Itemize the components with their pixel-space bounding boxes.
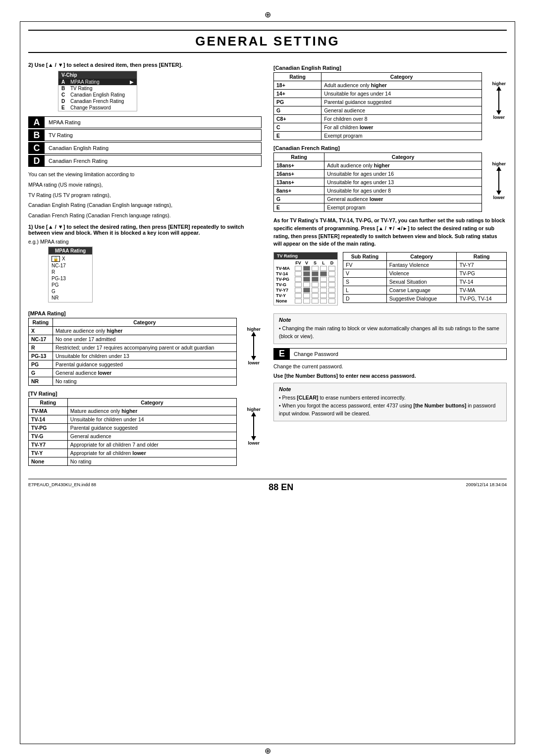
canfr-higher: higher: [492, 161, 506, 166]
mpaa-higher-label: higher: [247, 327, 261, 332]
canfr-table-wrap: Rating Category 18ans+ Adult audience on…: [273, 152, 507, 212]
sub-row-fv: FV Fantasy Violence TV-Y7: [343, 261, 507, 269]
tvy-d: [328, 293, 335, 298]
tvg-cells: [295, 282, 335, 287]
canfr-13ans: 13ans+: [274, 178, 324, 187]
mpaa-lower-label: lower: [248, 360, 260, 365]
vchip-item-tv[interactable]: B TV Rating: [58, 85, 137, 92]
sub-rat-v: TV-PG: [457, 269, 507, 278]
mpaa-item-x[interactable]: 🔒 X: [52, 255, 89, 262]
canen-table: Rating Category 18+ Adult audience only …: [273, 72, 482, 140]
tv14-l: [320, 271, 327, 276]
mpaa-item-nr[interactable]: NR: [52, 295, 89, 301]
tv-rating-tv14: TV-14: [29, 415, 68, 423]
vchip-label-pwd: Change Password: [70, 105, 111, 110]
tv-rating-tvma: TV-MA: [29, 406, 68, 415]
mpaa-rating-nr: NR: [29, 377, 53, 385]
mpaa-item-r[interactable]: R: [52, 269, 89, 275]
tv-grid-col-headers: FV V S L D: [295, 260, 335, 265]
tv-cat-tvpg: Parental guidance suggested: [67, 423, 236, 432]
col-fv: FV: [295, 260, 302, 265]
mpaa-row-nc17: NC-17 No one under 17 admitted: [29, 335, 237, 343]
tvy-v: [303, 293, 310, 298]
tv14-fv: [295, 271, 302, 276]
vchip-item-mpaa[interactable]: A MPAA Rating ▶: [58, 79, 137, 85]
canen-14: 14+: [274, 90, 321, 98]
changepwd-body: Change the current password.: [273, 363, 507, 371]
tv-bracket-title: [TV Rating]: [28, 391, 57, 397]
sub-row-s: S Sexual Situation TV-14: [343, 278, 507, 286]
sub-col-subrating: Sub Rating: [343, 252, 387, 261]
canfr-col-category: Category: [324, 153, 482, 161]
canen-cat-c: For all children lower: [321, 123, 482, 132]
sub-rat-d: TV-PG, TV-14: [457, 295, 507, 303]
label-canen: Canadian English Rating: [45, 143, 261, 153]
label-changepwd: Change Password: [290, 349, 506, 359]
tvg-d: [328, 282, 335, 287]
mpaa-header-row: Rating Category: [29, 318, 237, 326]
body-p5: Canadian French Rating (Canadian French …: [28, 212, 262, 220]
mpaa-item-nc17[interactable]: NC-17: [52, 262, 89, 269]
vchip-item-pwd[interactable]: E Change Password: [58, 104, 137, 111]
up-arrow-icon: [251, 332, 256, 336]
mpaa-arrow: [251, 332, 256, 360]
tv-grid-subrating-row: TV Rating FV V S L D: [273, 252, 507, 309]
canfr-cat-16: Unsuitable for ages under 16: [324, 170, 482, 178]
instruction2-bold: 1) Use [▲ / ▼] to select the desired rat…: [28, 224, 262, 236]
vchip-label-canfr: Canadian French Rating: [70, 99, 124, 104]
canen-cat-e: Exempt program: [321, 132, 482, 140]
mpaa-table-wrap: Rating Category X Mature audience only h…: [28, 318, 262, 386]
vchip-item-canfr[interactable]: D Canadian French Rating: [58, 98, 137, 104]
footer: E7PEAUD_DR430KU_EN.indd 88 88 EN 2009/12…: [28, 479, 507, 493]
canfr-cat-e: Exempt program: [324, 203, 482, 212]
tv-row-tvpg: TV-PG Parental guidance suggested: [29, 423, 237, 432]
mpaa-item-g[interactable]: G: [52, 288, 89, 295]
canfr-col-rating: Rating: [274, 153, 324, 161]
sub-col-rating: Rating: [457, 252, 507, 261]
mpaa-rating-pg: PG: [29, 360, 53, 368]
tv-cat-tvma: Mature audience only higher: [67, 406, 236, 415]
tv-rating-grid: TV Rating FV V S L D: [273, 252, 338, 305]
sub-d: D: [343, 295, 387, 303]
tvpg-v: [303, 277, 310, 282]
tv-grid-row-tvy7: TV-Y7: [276, 288, 335, 293]
canfr-18ans: 18ans+: [274, 161, 324, 170]
canen-g: G: [274, 106, 321, 115]
canfr-16ans: 16ans+: [274, 170, 324, 178]
vchip-arrow: ▶: [130, 79, 134, 85]
canfr-row-e: E Exempt program: [274, 203, 482, 212]
mpaa-item-pg13[interactable]: PG-13: [52, 275, 89, 282]
sub-row-l: L Coarse Language TV-MA: [343, 286, 507, 295]
main-layout: 2) Use [▲ / ▼] to select a desired item,…: [28, 62, 507, 471]
none-s: [312, 299, 319, 303]
vchip-letter-b: B: [61, 86, 67, 91]
vchip-label-canen: Canadian English Rating: [70, 92, 125, 98]
mpaa-menu: MPAA Rating 🔒 X NC-17 R PG-13 PG G NR: [48, 247, 93, 302]
tv14-d: [328, 271, 335, 276]
tv-higher-lower: higher lower: [247, 407, 261, 446]
tv-rating-tvy: TV-Y: [29, 449, 68, 457]
canen-e: E: [274, 132, 321, 140]
tv14-cells: [295, 271, 335, 276]
canen-cat-pg: Parental guidance suggested: [321, 98, 482, 106]
vchip-item-canen[interactable]: C Canadian English Rating: [58, 92, 137, 98]
tv-row-tvg: TV-G General audience: [29, 432, 237, 440]
canen-header: Rating Category: [274, 73, 482, 81]
note1-title: Note: [279, 317, 501, 323]
sub-s: S: [343, 278, 387, 286]
canen-c8: C8+: [274, 115, 321, 123]
right-column: [Canadian English Rating] Rating Categor…: [273, 62, 507, 471]
mpaa-item-pg[interactable]: PG: [52, 282, 89, 288]
canen-cat-g: General audience: [321, 106, 482, 115]
vchip-items: A MPAA Rating ▶ B TV Rating C Canadian E…: [58, 79, 137, 111]
mpaa-row-pg13: PG-13 Unsuitable for children under 13: [29, 352, 237, 360]
sub-cat-d: Suggestive Dialogue: [386, 295, 457, 303]
mpaa-rating-g: G: [29, 368, 53, 377]
canen-pg: PG: [274, 98, 321, 106]
tv-header-row: Rating Category: [29, 398, 237, 406]
tv-cat-tvg: General audience: [67, 432, 236, 440]
tv-row-tvy7: TV-Y7 Appropriate for all children 7 and…: [29, 440, 237, 449]
tv14-v: [303, 271, 310, 276]
footer-right: 2009/12/14 18:34:04: [466, 482, 507, 493]
canfr-e: E: [274, 203, 324, 212]
